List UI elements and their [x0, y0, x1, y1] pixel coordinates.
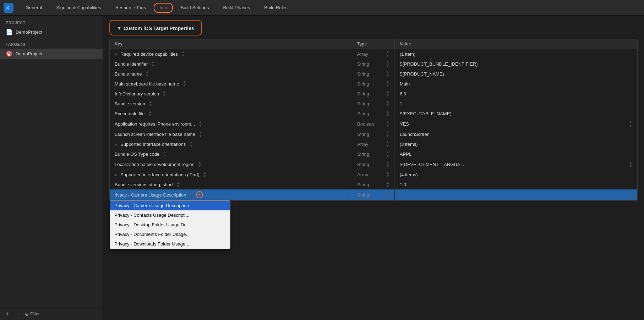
- type-text: String: [357, 132, 369, 137]
- type-stepper[interactable]: ▲▼: [386, 140, 389, 148]
- type-text: Array: [357, 172, 368, 177]
- custom-ios-section-header[interactable]: ▼ Custom iOS Target Properties: [109, 20, 202, 35]
- type-stepper[interactable]: ▲▼: [386, 191, 389, 198]
- property-row-11[interactable]: Localization native development region▲▼…: [110, 159, 637, 170]
- table-row: Main storyboard file base name▲▼String▲▼…: [110, 79, 637, 89]
- remove-button[interactable]: −: [14, 310, 22, 318]
- property-row-0[interactable]: ▶Required device capabilities▲▼Array▲▼(1…: [110, 49, 637, 59]
- tab-build-phases[interactable]: Build Phases: [217, 0, 256, 16]
- autocomplete-dropdown: Privacy - Camera Usage DescriptionPrivac…: [110, 200, 230, 249]
- property-row-10[interactable]: Bundle OS Type code▲▼String▲▼APPL: [110, 149, 637, 159]
- project-file-icon: 📄: [6, 29, 13, 35]
- row-expand-arrow[interactable]: ▶: [115, 142, 118, 146]
- autocomplete-item-3[interactable]: Privacy - Documents Folder Usage...: [110, 230, 230, 239]
- key-stepper[interactable]: ▲▼: [199, 131, 202, 138]
- type-stepper[interactable]: ▲▼: [386, 70, 389, 77]
- value-text: Main: [400, 81, 410, 87]
- value-text: $(DEVELOPMENT_LANGUA...: [400, 162, 464, 167]
- add-row-circle-button[interactable]: +: [196, 191, 203, 198]
- key-text: Bundle version: [115, 101, 145, 106]
- add-button[interactable]: +: [4, 310, 11, 318]
- tab-build-settings[interactable]: Build Settings: [174, 0, 215, 16]
- value-stepper[interactable]: ▲▼: [629, 120, 632, 128]
- property-row-7[interactable]: Application requires iPhone environm...▲…: [110, 118, 637, 129]
- tab-general[interactable]: General: [19, 0, 48, 16]
- key-stepper[interactable]: ▲▼: [151, 60, 155, 67]
- value-stepper[interactable]: ▲▼: [629, 160, 632, 168]
- tab-build-rules[interactable]: Build Rules: [258, 0, 294, 16]
- type-stepper[interactable]: ▲▼: [386, 50, 389, 57]
- property-row-12[interactable]: ▶Supported interface orientations (iPad)…: [110, 170, 637, 180]
- type-text: String: [357, 61, 369, 67]
- type-stepper[interactable]: ▲▼: [386, 110, 389, 117]
- property-row-6[interactable]: Executable file▲▼String▲▼$(EXECUTABLE_NA…: [110, 109, 637, 118]
- type-cell: Boolean▲▼: [352, 118, 395, 129]
- type-stepper[interactable]: ▲▼: [386, 181, 389, 188]
- tab-bar: X GeneralSigning & CapabilitiesResource …: [0, 0, 644, 16]
- property-row-8[interactable]: Launch screen interface file base name▲▼…: [110, 129, 637, 139]
- type-cell: String▲▼: [352, 89, 395, 99]
- key-text: Localization native development region: [115, 162, 195, 167]
- key-stepper[interactable]: ▲▼: [163, 90, 166, 97]
- row-expand-arrow[interactable]: ▶: [115, 173, 118, 177]
- type-cell: String▲▼: [352, 149, 395, 159]
- tab-signing[interactable]: Signing & Capabilities: [50, 0, 107, 16]
- key-stepper[interactable]: ▲▼: [190, 191, 193, 198]
- property-row-3[interactable]: Main storyboard file base name▲▼String▲▼…: [110, 79, 637, 89]
- property-row-13[interactable]: Bundle versions string, short▲▼String▲▼1…: [110, 180, 637, 189]
- autocomplete-item-2[interactable]: Privacy - Desktop Folder Usage De...: [110, 220, 230, 230]
- type-cell: Array▲▼: [352, 170, 395, 180]
- key-stepper[interactable]: ▲▼: [176, 181, 180, 188]
- value-stepper[interactable]: ▲▼: [629, 191, 632, 199]
- type-text: String: [357, 81, 369, 87]
- type-cell: String▲▼: [352, 69, 395, 79]
- type-stepper[interactable]: ▲▼: [386, 171, 389, 178]
- property-row-1[interactable]: Bundle identifier▲▼String▲▼$(PRODUCT_BUN…: [110, 59, 637, 69]
- property-row-9[interactable]: ▶Supported interface orientations▲▼Array…: [110, 139, 637, 149]
- key-text: Bundle OS Type code: [115, 151, 159, 157]
- property-row-4[interactable]: InfoDictionary version▲▼String▲▼6.0: [110, 89, 637, 99]
- table-row: Launch screen interface file base name▲▼…: [110, 129, 637, 139]
- table-row: ▶Supported interface orientations▲▼Array…: [110, 139, 637, 149]
- key-stepper[interactable]: ▲▼: [149, 100, 152, 107]
- type-stepper[interactable]: ▲▼: [386, 120, 389, 127]
- value-cell: (1 item): [395, 49, 637, 59]
- key-stepper[interactable]: ▲▼: [182, 80, 186, 87]
- autocomplete-item-0[interactable]: Privacy - Camera Usage Description: [110, 201, 230, 210]
- key-stepper[interactable]: ▲▼: [163, 150, 167, 158]
- key-stepper[interactable]: ▲▼: [146, 70, 149, 77]
- type-stepper[interactable]: ▲▼: [386, 161, 389, 168]
- value-text: $(EXECUTABLE_NAME): [400, 111, 452, 116]
- type-stepper[interactable]: ▲▼: [386, 100, 389, 107]
- property-row-14[interactable]: rivacy - Camera Usage Description▲▼+Stri…: [110, 189, 637, 200]
- tab-info[interactable]: Info: [154, 3, 173, 13]
- type-stepper[interactable]: ▲▼: [386, 131, 389, 138]
- type-stepper[interactable]: ▲▼: [386, 150, 389, 158]
- key-stepper[interactable]: ▲▼: [148, 110, 152, 117]
- tab-resource-tags[interactable]: Resource Tags: [109, 0, 152, 16]
- key-text: InfoDictionary version: [115, 91, 159, 96]
- type-cell: String▲▼: [352, 180, 395, 189]
- filter-control[interactable]: ⊕ Filter: [25, 311, 40, 317]
- type-text: String: [357, 91, 369, 96]
- key-stepper[interactable]: ▲▼: [189, 140, 193, 148]
- value-cell: $(DEVELOPMENT_LANGUA...▲▼: [395, 159, 637, 170]
- sidebar-item-demoproject-target[interactable]: 🎯 DemoProject: [0, 49, 103, 59]
- sidebar-item-demoproject-project[interactable]: 📄 DemoProject: [0, 27, 103, 37]
- type-text: String: [357, 101, 369, 106]
- type-text: String: [357, 71, 369, 77]
- key-stepper[interactable]: ▲▼: [181, 50, 185, 57]
- key-stepper[interactable]: ▲▼: [203, 171, 207, 178]
- table-row: InfoDictionary version▲▼String▲▼6.0: [110, 89, 637, 99]
- row-expand-arrow[interactable]: ▶: [115, 52, 118, 56]
- property-row-5[interactable]: Bundle version▲▼String▲▼1: [110, 99, 637, 109]
- type-stepper[interactable]: ▲▼: [386, 90, 389, 97]
- type-stepper[interactable]: ▲▼: [386, 60, 389, 67]
- property-row-2[interactable]: Bundle name▲▼String▲▼$(PRODUCT_NAME): [110, 69, 637, 79]
- autocomplete-item-1[interactable]: Privacy - Contacts Usage Descripti...: [110, 210, 230, 220]
- type-stepper[interactable]: ▲▼: [386, 80, 389, 87]
- autocomplete-item-4[interactable]: Privacy - Downloads Folder Usage...: [110, 239, 230, 249]
- key-stepper[interactable]: ▲▼: [198, 161, 202, 168]
- value-cell: $(PRODUCT_BUNDLE_IDENTIFIER): [395, 59, 637, 69]
- key-stepper[interactable]: ▲▼: [198, 120, 202, 127]
